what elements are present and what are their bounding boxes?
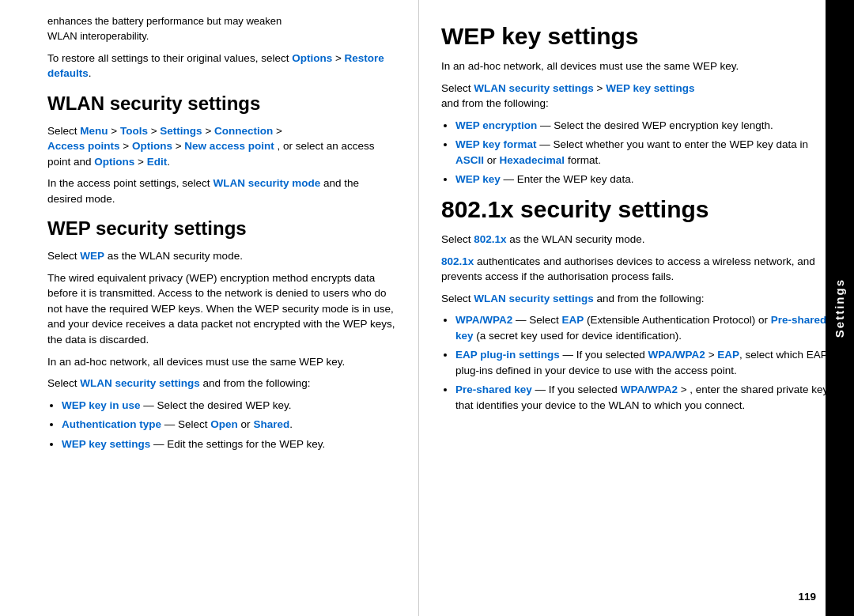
s-bullet2-link[interactable]: EAP plug-in settings (455, 349, 560, 361)
sec-select-pre: Select (441, 233, 471, 245)
s-bullet3-link[interactable]: Pre-shared key (455, 384, 532, 395)
s-bullet3-wpa-link[interactable]: WPA/WPA2 (621, 384, 678, 395)
right-select-wlan-link[interactable]: WLAN security settings (474, 82, 594, 94)
r-bullet2-link[interactable]: WEP key format (455, 138, 537, 150)
sec-select2-text: Select WLAN security settings and from t… (441, 291, 832, 307)
wep-select-text: Select WEP as the WLAN security mode. (47, 248, 396, 264)
s-bullet-item-3: Pre-shared key — If you selected WPA/WPA… (455, 382, 832, 413)
bullet2-period: . (289, 418, 293, 430)
restore-pre: To restore all settings to their origina… (47, 52, 289, 64)
wep-select-post: as the WLAN security mode. (108, 250, 243, 262)
wlan-connection-link[interactable]: Connection (214, 125, 273, 137)
sec-body: authenticates and authorises devices to … (441, 255, 815, 283)
sec-from: and from the following: (597, 293, 705, 304)
wlan-mode-pre: In the access point settings, select (47, 177, 210, 189)
wep-adhoc-text: In an ad-hoc network, all devices must u… (47, 354, 396, 370)
wep-link[interactable]: WEP (80, 250, 104, 262)
wlan-new-link[interactable]: New access point (184, 140, 274, 152)
left-column: enhances the battery performance but may… (0, 0, 419, 616)
r-bullet2-ascii-link[interactable]: ASCII (455, 154, 484, 166)
wep-key-bullet-list: WEP encryption — Select the desired WEP … (455, 118, 832, 187)
bullet2-or: or (241, 418, 251, 430)
r-bullet-item-1: WEP encryption — Select the desired WEP … (455, 118, 832, 134)
wep-body-text: The wired equivalent privacy (WEP) encry… (47, 270, 396, 348)
wlan-edit-link[interactable]: Edit (147, 156, 168, 168)
sec-body-link[interactable]: 802.1x (441, 255, 474, 267)
sec-bullet-list: WPA/WPA2 — Select EAP (Extensible Authen… (455, 312, 832, 413)
s-bullet-item-2: EAP plug-in settings — If you selected W… (455, 347, 832, 378)
intro-text: enhances the battery performance but may… (47, 14, 396, 44)
right-adhoc-text: In an ad-hoc network, all devices must u… (441, 59, 832, 74)
sec-heading: 802.1x security settings (441, 195, 832, 224)
right-select-pre: Select (441, 82, 471, 94)
s-bullet2-wpa2-link[interactable]: WPA2 (675, 349, 705, 361)
wep-select-pre: Select (47, 250, 77, 262)
r-bullet1-text: — Select the desired WEP encryption key … (540, 119, 773, 131)
sidebar-label: Settings (826, 0, 854, 616)
restore-text: To restore all settings to their origina… (47, 51, 396, 81)
sec-select-text: Select 802.1x as the WLAN security mode. (441, 232, 832, 248)
sec-body-text: 802.1x authenticates and authorises devi… (441, 254, 832, 285)
wlan-options2-link[interactable]: Options (94, 156, 134, 168)
r-bullet2-text: — Select whether you want to enter the W… (539, 138, 808, 150)
r-bullet1-link[interactable]: WEP encryption (455, 119, 537, 131)
bullet2-link[interactable]: Authentication type (62, 418, 161, 430)
wlan-access-link[interactable]: Access points (47, 140, 120, 152)
s-bullet1-text2: (Extensible Authentication Protocol) or (587, 314, 768, 326)
bullet-item-3: WEP key settings — Edit the settings for… (62, 436, 396, 452)
wlan-select-from-text: Select WLAN security settings and from t… (47, 376, 396, 391)
right-select-wep-link[interactable]: WEP key settings (606, 82, 694, 94)
s-bullet1-text1: — Select (516, 314, 559, 326)
wlan-mode-text: In the access point settings, select WLA… (47, 176, 396, 206)
s-bullet1-link[interactable]: WPA/WPA2 (455, 314, 512, 326)
r-bullet3-link[interactable]: WEP key (455, 173, 501, 185)
wep-security-heading: WEP security settings (47, 217, 396, 240)
bullet-item-1: WEP key in use — Select the desired WEP … (62, 398, 396, 414)
sec-wlan-link[interactable]: WLAN security settings (474, 293, 594, 304)
wlan-comma: , or (277, 140, 293, 152)
r-bullet2-hex-link[interactable]: Hexadecimal (500, 154, 565, 166)
wlan-options-link[interactable]: Options (132, 140, 172, 152)
wlan-tools-link[interactable]: Tools (120, 125, 148, 137)
bullet1-link[interactable]: WEP key in use (62, 399, 141, 411)
wlan-select-text: Select Menu > Tools > Settings > Connect… (47, 123, 396, 170)
bullet-item-2: Authentication type — Select Open or Sha… (62, 417, 396, 433)
r-bullet2-post: format. (568, 154, 601, 166)
wlan-menu-link[interactable]: Menu (80, 125, 108, 137)
wep-bullet-list: WEP key in use — Select the desired WEP … (62, 398, 396, 452)
sec-802-link[interactable]: 802.1x (474, 233, 506, 245)
r-bullet-item-3: WEP key — Enter the WEP key data. (455, 172, 832, 187)
r-bullet-item-2: WEP key format — Select whether you want… (455, 137, 832, 168)
right-select-text: Select WLAN security settings > WEP key … (441, 81, 832, 111)
s-bullet2-eap-link[interactable]: EAP (717, 349, 739, 361)
s-bullet2-text1: — If you selected (563, 349, 645, 361)
wlan-settings-link[interactable]: Settings (160, 125, 202, 137)
bullet2-text: — Select (164, 418, 208, 430)
wlan-security-heading: WLAN security settings (47, 93, 396, 115)
wlan-select-from: Select (47, 377, 77, 389)
sidebar-label-text: Settings (831, 278, 848, 338)
wlan-security-settings-link[interactable]: WLAN security settings (80, 377, 200, 389)
bullet3-text: — Edit the settings for the WEP key. (153, 438, 325, 450)
r-bullet3-text: — Enter the WEP key data. (504, 173, 634, 185)
sec-select2: Select (441, 293, 471, 304)
wlan-period: . (167, 156, 170, 168)
wlan-select-pre: Select (47, 125, 77, 137)
s-bullet2-wpa-link[interactable]: WPA/ (648, 349, 675, 361)
bullet2-open-link[interactable]: Open (210, 418, 238, 430)
wlan-mode-link[interactable]: WLAN security mode (213, 177, 320, 189)
s-bullet-item-1: WPA/WPA2 — Select EAP (Extensible Authen… (455, 312, 832, 343)
right-column: WEP key settings In an ad-hoc network, a… (419, 0, 854, 616)
sec-select-post: as the WLAN security mode. (509, 233, 644, 245)
s-bullet3-text1: — If you selected (535, 384, 618, 395)
s-bullet1-eap-link[interactable]: EAP (562, 314, 584, 326)
wlan-from: and from the following: (203, 377, 311, 389)
wep-key-heading: WEP key settings (441, 22, 832, 51)
restore-options-link[interactable]: Options (292, 52, 332, 64)
bullet2-shared-link[interactable]: Shared (253, 418, 289, 430)
restore-gt: > (335, 52, 345, 64)
bullet3-link[interactable]: WEP key settings (62, 438, 150, 450)
right-select-post: and from the following: (441, 97, 549, 109)
r-bullet2-or: or (487, 154, 497, 166)
page-number: 119 (798, 589, 816, 605)
